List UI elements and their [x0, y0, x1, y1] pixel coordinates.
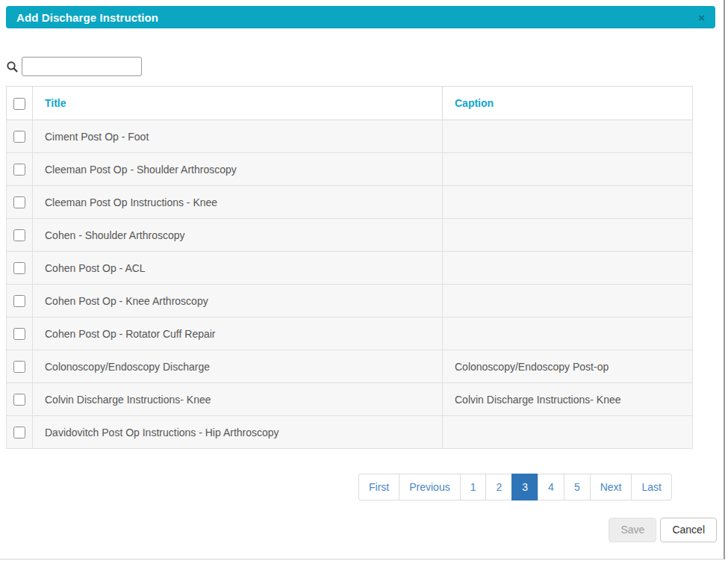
table-row: Cohen Post Op - ACL — [7, 252, 693, 285]
caption-cell — [443, 285, 693, 317]
modal-header: Add Discharge Instruction × — [6, 6, 715, 28]
table-row: Ciment Post Op - Foot — [7, 120, 693, 153]
table-row: Cohen - Shoulder Arthroscopy — [7, 219, 693, 252]
checkbox-cell — [7, 252, 33, 285]
page-4[interactable]: 4 — [538, 474, 564, 500]
title-cell: Cohen - Shoulder Arthroscopy — [33, 219, 443, 252]
caption-cell — [443, 120, 693, 153]
checkbox-cell — [7, 285, 33, 317]
table-row: Davidovitch Post Op Instructions - Hip A… — [7, 416, 693, 449]
close-icon[interactable]: × — [698, 12, 705, 23]
checkbox-cell — [7, 186, 33, 219]
caption-cell — [443, 186, 693, 219]
checkbox-cell — [7, 153, 33, 186]
title-cell: Ciment Post Op - Foot — [33, 120, 443, 153]
page-5[interactable]: 5 — [564, 474, 591, 500]
select-all-checkbox[interactable] — [13, 98, 25, 110]
caption-cell — [443, 317, 693, 350]
title-cell: Colvin Discharge Instructions- Knee — [33, 383, 443, 416]
search-row — [6, 57, 142, 76]
page-first[interactable]: First — [358, 474, 399, 500]
checkbox-cell — [7, 219, 33, 252]
column-header-title[interactable]: Title — [33, 87, 443, 120]
row-checkbox[interactable] — [13, 394, 25, 406]
caption-cell — [443, 416, 693, 449]
instructions-table: Title Caption Ciment Post Op - FootCleem… — [6, 86, 693, 449]
row-checkbox[interactable] — [13, 427, 25, 438]
header-row: Title Caption — [7, 87, 693, 120]
title-cell: Colonoscopy/Endoscopy Discharge — [33, 350, 443, 383]
select-all-cell — [7, 87, 33, 120]
title-cell: Cohen Post Op - Rotator Cuff Repair — [33, 317, 443, 350]
checkbox-cell — [7, 383, 33, 416]
caption-cell — [443, 219, 693, 252]
search-input[interactable] — [22, 57, 142, 76]
table-row: Cohen Post Op - Rotator Cuff Repair — [7, 317, 693, 350]
row-checkbox[interactable] — [13, 295, 25, 307]
table-body: Ciment Post Op - FootCleeman Post Op - S… — [7, 120, 693, 449]
row-checkbox[interactable] — [13, 361, 25, 373]
table-row: Colvin Discharge Instructions- KneeColvi… — [7, 383, 693, 416]
search-icon — [6, 61, 19, 73]
modal-title: Add Discharge Instruction — [16, 11, 158, 24]
add-discharge-instruction-modal: Add Discharge Instruction × Title Captio… — [0, 0, 725, 560]
page-3[interactable]: 3 — [511, 474, 538, 500]
table-row: Cohen Post Op - Knee Arthroscopy — [7, 285, 693, 317]
checkbox-cell — [7, 317, 33, 350]
title-cell: Cohen Post Op - Knee Arthroscopy — [33, 285, 443, 317]
row-checkbox[interactable] — [13, 131, 25, 143]
checkbox-cell — [7, 120, 33, 153]
title-cell: Cohen Post Op - ACL — [33, 252, 443, 285]
column-header-caption[interactable]: Caption — [443, 87, 693, 120]
page-last[interactable]: Last — [631, 474, 671, 500]
table-row: Cleeman Post Op Instructions - Knee — [7, 186, 693, 219]
row-checkbox[interactable] — [13, 196, 25, 208]
row-checkbox[interactable] — [13, 229, 25, 241]
title-cell: Cleeman Post Op - Shoulder Arthroscopy — [33, 153, 443, 186]
checkbox-cell — [7, 416, 33, 449]
row-checkbox[interactable] — [13, 262, 25, 274]
save-button[interactable]: Save — [609, 518, 656, 542]
table-row: Colonoscopy/Endoscopy DischargeColonosco… — [7, 350, 693, 383]
table-row: Cleeman Post Op - Shoulder Arthroscopy — [7, 153, 693, 186]
page-2[interactable]: 2 — [485, 474, 512, 500]
title-cell: Cleeman Post Op Instructions - Knee — [33, 186, 443, 219]
pagination: FirstPrevious12345NextLast — [358, 474, 672, 500]
page-previous[interactable]: Previous — [399, 474, 460, 500]
table-head: Title Caption — [7, 87, 693, 120]
caption-cell — [443, 153, 693, 186]
page-next[interactable]: Next — [590, 474, 632, 500]
page-1[interactable]: 1 — [460, 474, 487, 500]
cancel-button[interactable]: Cancel — [660, 518, 717, 542]
checkbox-cell — [7, 350, 33, 383]
footer-actions: Save Cancel — [609, 518, 717, 542]
caption-cell: Colvin Discharge Instructions- Knee — [443, 383, 693, 416]
title-cell: Davidovitch Post Op Instructions - Hip A… — [33, 416, 443, 449]
row-checkbox[interactable] — [13, 164, 25, 176]
caption-cell: Colonoscopy/Endoscopy Post-op — [443, 350, 693, 383]
row-checkbox[interactable] — [13, 328, 25, 340]
caption-cell — [443, 252, 693, 285]
